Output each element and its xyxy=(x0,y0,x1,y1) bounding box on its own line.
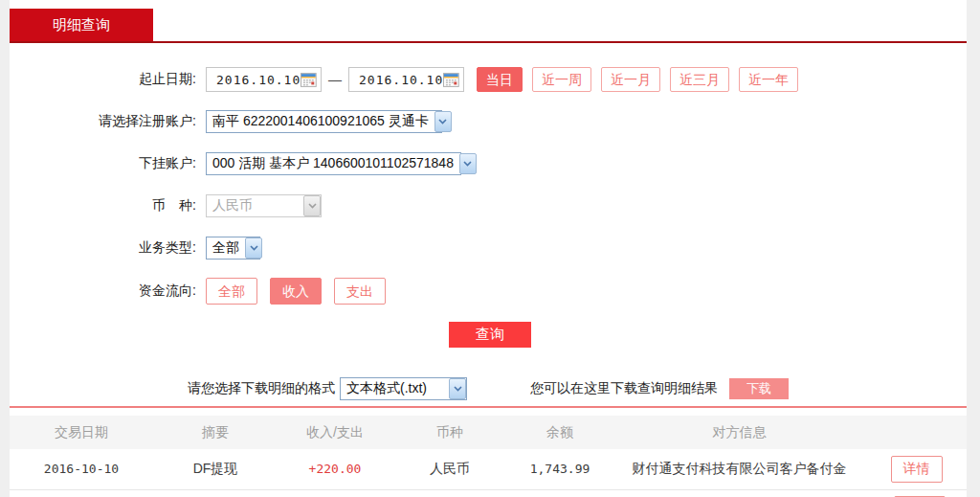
header-in-out: 收入/支出 xyxy=(278,416,392,449)
business-type-select[interactable]: 全部 xyxy=(206,237,260,260)
chevron-down-icon[interactable] xyxy=(459,153,477,174)
download-button[interactable]: 下载 xyxy=(729,378,789,399)
detail-button[interactable]: 详情 xyxy=(891,456,943,483)
cell-currency: 人民币 xyxy=(392,449,507,489)
currency-label: 币 种: xyxy=(10,197,206,215)
section-divider xyxy=(10,406,967,408)
fund-flow-income-button[interactable]: 收入 xyxy=(270,278,322,305)
fund-flow-label: 资金流向: xyxy=(10,282,206,300)
chevron-down-icon[interactable] xyxy=(245,237,262,259)
fund-flow-expense-button[interactable]: 支出 xyxy=(334,278,386,305)
date-range-row: 起止日期: 2016.10.10 — xyxy=(10,67,967,92)
quick-range-year-button[interactable]: 近一年 xyxy=(739,67,798,92)
header-counterparty: 对方信息 xyxy=(612,416,866,449)
results-table: 交易日期 摘要 收入/支出 币种 余额 对方信息 2016-10-10 DF提现… xyxy=(10,416,967,490)
business-type-value: 全部 xyxy=(207,239,245,257)
calendar-icon[interactable] xyxy=(443,73,459,87)
calendar-icon[interactable] xyxy=(301,73,317,87)
table-row-partial: 详情 xyxy=(10,490,967,497)
fund-flow-row: 资金流向: 全部 收入 支出 xyxy=(10,278,967,305)
sub-account-value: 000 活期 基本户 1406600101102571848 xyxy=(207,155,459,172)
cell-summary: DF提现 xyxy=(153,449,278,489)
chevron-down-icon[interactable] xyxy=(434,111,452,132)
registered-account-label: 请选择注册账户: xyxy=(10,113,206,130)
cell-amount: +220.00 xyxy=(278,449,392,489)
registered-account-value: 南平 6222001406100921065 灵通卡 xyxy=(207,113,434,130)
currency-value: 人民币 xyxy=(207,197,258,215)
download-format-value: 文本格式(.txt) xyxy=(341,380,433,397)
date-range-separator: — xyxy=(328,72,342,87)
cell-action: 详情 xyxy=(866,449,967,489)
download-format-select[interactable]: 文本格式(.txt) xyxy=(340,377,467,400)
header-currency: 币种 xyxy=(392,416,507,449)
tab-detail-query[interactable]: 明细查询 xyxy=(10,9,153,41)
cell-balance: 1,743.99 xyxy=(507,449,612,489)
download-format-label: 请您选择下载明细的格式 xyxy=(188,380,335,397)
table-row: 2016-10-10 DF提现 +220.00 人民币 1,743.99 财付通… xyxy=(10,449,967,489)
chevron-down-icon[interactable] xyxy=(449,378,466,399)
quick-range-today-button[interactable]: 当日 xyxy=(477,67,523,92)
header-balance: 余额 xyxy=(507,416,612,449)
chevron-down-icon xyxy=(303,195,321,216)
quick-range-week-button[interactable]: 近一周 xyxy=(532,67,591,92)
currency-row: 币 种: 人民币 xyxy=(10,193,967,218)
end-date-input[interactable]: 2016.10.10 xyxy=(348,67,464,92)
currency-select: 人民币 xyxy=(206,194,322,217)
registered-account-row: 请选择注册账户: 南平 6222001406100921065 灵通卡 xyxy=(10,109,967,134)
sub-account-label: 下挂账户: xyxy=(10,155,206,172)
sub-account-row: 下挂账户: 000 活期 基本户 1406600101102571848 xyxy=(10,151,967,176)
end-date-value: 2016.10.10 xyxy=(359,73,443,87)
cell-date: 2016-10-10 xyxy=(10,449,153,489)
header-action xyxy=(866,416,967,449)
start-date-input[interactable]: 2016.10.10 xyxy=(206,67,322,92)
quick-range-month-button[interactable]: 近一月 xyxy=(601,67,660,92)
download-hint-text: 您可以在这里下载查询明细结果 xyxy=(530,380,718,397)
registered-account-select[interactable]: 南平 6222001406100921065 灵通卡 xyxy=(206,110,442,133)
header-date: 交易日期 xyxy=(10,416,153,449)
table-header-row: 交易日期 摘要 收入/支出 币种 余额 对方信息 xyxy=(10,416,967,449)
quick-range-3months-button[interactable]: 近三月 xyxy=(670,67,729,92)
sub-account-select[interactable]: 000 活期 基本户 1406600101102571848 xyxy=(206,152,461,175)
fund-flow-all-button[interactable]: 全部 xyxy=(206,278,257,305)
download-row: 请您选择下载明细的格式 文本格式(.txt) 您可以在这里下载查询明细结果 下载 xyxy=(10,376,967,401)
start-date-value: 2016.10.10 xyxy=(216,73,301,87)
detail-query-panel: 明细查询 起止日期: 2016.10.10 xyxy=(10,0,967,497)
cell-counterparty: 财付通支付科技有限公司客户备付金 xyxy=(612,449,866,489)
business-type-label: 业务类型: xyxy=(10,239,206,257)
business-type-row: 业务类型: 全部 xyxy=(10,236,967,260)
date-range-label: 起止日期: xyxy=(10,71,206,88)
query-button[interactable]: 查询 xyxy=(449,322,531,348)
tab-bar: 明细查询 xyxy=(10,0,967,43)
query-form: 起止日期: 2016.10.10 — xyxy=(10,43,967,348)
header-summary: 摘要 xyxy=(153,416,278,449)
